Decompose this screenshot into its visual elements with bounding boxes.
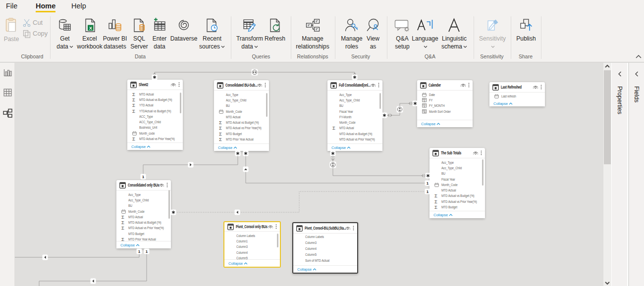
svg-text:X: X: [89, 25, 92, 31]
